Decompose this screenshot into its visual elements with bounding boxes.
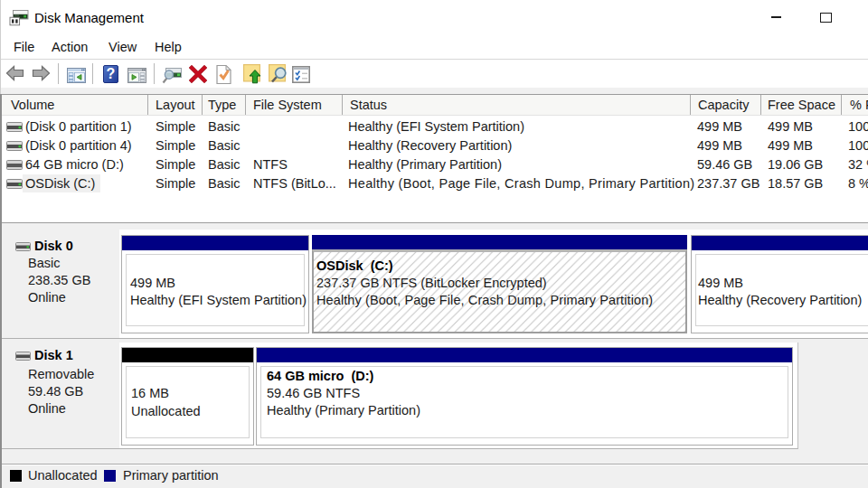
svg-text:?: ? [107,66,116,81]
